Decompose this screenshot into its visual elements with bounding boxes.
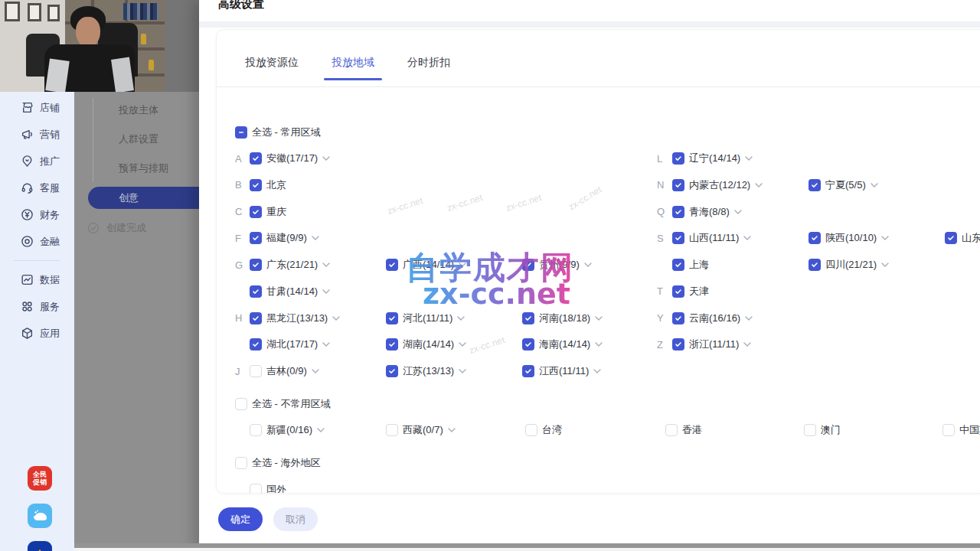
region-item-select-all-common[interactable]: 全选 - 常用区域: [235, 125, 321, 140]
region-item-重庆[interactable]: 重庆: [250, 204, 286, 220]
checkbox-unchecked[interactable]: [942, 424, 955, 436]
checkbox-unchecked[interactable]: [665, 424, 678, 436]
checkbox-unchecked[interactable]: [525, 424, 537, 436]
chevron-down-icon[interactable]: [322, 156, 330, 161]
checkbox-checked[interactable]: [672, 312, 684, 324]
checkbox-indeterminate[interactable]: [235, 126, 247, 139]
region-item-四川[interactable]: 四川(21/21): [808, 257, 889, 272]
chevron-down-icon[interactable]: [459, 262, 466, 267]
chevron-down-icon[interactable]: [881, 236, 889, 240]
checkbox-checked[interactable]: [250, 206, 262, 218]
region-item-辽宁[interactable]: 辽宁(14/14): [672, 151, 753, 166]
checkbox-checked[interactable]: [250, 285, 262, 298]
checkbox-checked[interactable]: [672, 285, 684, 298]
region-item-西藏[interactable]: 西藏(0/7): [386, 422, 456, 438]
checkbox-unchecked[interactable]: [250, 365, 262, 377]
checkbox-checked[interactable]: [386, 312, 398, 324]
checkbox-checked[interactable]: [808, 232, 821, 244]
checkbox-checked[interactable]: [386, 259, 398, 271]
checkbox-checked[interactable]: [945, 232, 957, 244]
region-item-宁夏[interactable]: 宁夏(5/5): [808, 178, 878, 193]
chevron-down-icon[interactable]: [312, 369, 319, 373]
region-item-台湾[interactable]: 台湾: [525, 422, 562, 438]
region-item-内蒙古[interactable]: 内蒙古(12/12): [672, 178, 763, 193]
checkbox-unchecked[interactable]: [386, 424, 398, 436]
region-item-北京[interactable]: 北京: [250, 178, 286, 193]
sidebar-item-apps[interactable]: 应用: [0, 320, 74, 347]
step-item[interactable]: 预算与排期: [119, 161, 168, 176]
sidebar-item-service[interactable]: 客服: [0, 174, 74, 201]
chevron-down-icon[interactable]: [881, 262, 889, 267]
region-item-河南[interactable]: 河南(18/18): [522, 311, 603, 326]
checkbox-checked[interactable]: [250, 179, 262, 191]
chevron-down-icon[interactable]: [743, 236, 751, 240]
chevron-down-icon[interactable]: [317, 428, 325, 432]
checkbox-unchecked[interactable]: [250, 424, 262, 436]
region-item-湖南[interactable]: 湖南(14/14): [386, 337, 466, 352]
chevron-down-icon[interactable]: [871, 183, 878, 187]
sidebar-item-promotion[interactable]: 推广: [0, 148, 74, 174]
region-item-中国其[interactable]: 中国其: [942, 422, 980, 438]
chevron-down-icon[interactable]: [312, 236, 319, 240]
sidebar-item-data[interactable]: 数据: [0, 266, 74, 293]
checkbox-unchecked[interactable]: [250, 484, 262, 494]
chevron-down-icon[interactable]: [745, 156, 753, 161]
chevron-down-icon[interactable]: [459, 369, 466, 373]
region-item-青海[interactable]: 青海(8/8): [672, 204, 742, 220]
checkbox-unchecked[interactable]: [235, 457, 247, 469]
checkbox-checked[interactable]: [522, 312, 534, 324]
checkbox-checked[interactable]: [672, 152, 684, 165]
checkbox-checked[interactable]: [386, 338, 398, 350]
region-item-山西[interactable]: 山西(11/11): [672, 230, 751, 246]
step-item-active[interactable]: 创意: [88, 187, 199, 209]
chevron-down-icon[interactable]: [459, 342, 466, 347]
region-item-select-all-overseas[interactable]: 全选 - 海外地区: [235, 455, 321, 471]
chevron-down-icon[interactable]: [745, 316, 753, 321]
checkbox-checked[interactable]: [808, 259, 821, 271]
chevron-down-icon[interactable]: [734, 210, 742, 214]
chevron-down-icon[interactable]: [595, 342, 603, 347]
chevron-down-icon[interactable]: [322, 342, 330, 347]
step-item[interactable]: 投放主体: [119, 103, 158, 118]
checkbox-checked[interactable]: [808, 179, 821, 191]
sidebar-item-finance[interactable]: 财务: [0, 201, 74, 228]
cancel-button[interactable]: 取消: [273, 507, 318, 531]
region-item-福建[interactable]: 福建(9/9): [250, 230, 319, 246]
step-item-done[interactable]: 创建完成: [87, 221, 146, 235]
checkbox-checked[interactable]: [250, 312, 262, 324]
chevron-down-icon[interactable]: [457, 316, 465, 321]
confirm-button[interactable]: 确定: [218, 507, 263, 531]
checkbox-unchecked[interactable]: [235, 398, 247, 410]
sidebar-item-services[interactable]: 服务: [0, 293, 74, 320]
region-item-广西[interactable]: 广西(14/14): [386, 257, 466, 272]
checkbox-checked[interactable]: [672, 259, 684, 271]
chevron-down-icon[interactable]: [332, 316, 340, 321]
checkbox-checked[interactable]: [386, 365, 398, 377]
chevron-down-icon[interactable]: [584, 262, 592, 267]
chevron-down-icon[interactable]: [448, 428, 456, 432]
tab-time-discount[interactable]: 分时折扣: [404, 45, 453, 80]
region-item-湖北[interactable]: 湖北(17/17): [250, 337, 330, 352]
region-item-select-all-uncommon[interactable]: 全选 - 不常用区域: [235, 396, 331, 412]
region-item-香港[interactable]: 香港: [665, 422, 702, 438]
checkbox-checked[interactable]: [250, 259, 262, 271]
chevron-down-icon[interactable]: [322, 262, 330, 267]
chevron-down-icon[interactable]: [593, 369, 601, 373]
region-item-陕西[interactable]: 陕西(10/10): [808, 230, 889, 246]
region-item-天津[interactable]: 天津: [672, 284, 709, 299]
region-item-浙江[interactable]: 浙江(11/11): [672, 337, 751, 352]
checkbox-unchecked[interactable]: [804, 424, 816, 436]
tab-regions[interactable]: 投放地域: [328, 45, 377, 80]
step-item[interactable]: 人群设置: [119, 132, 158, 147]
region-item-河北[interactable]: 河北(11/11): [386, 311, 465, 326]
region-item-国外[interactable]: 国外: [250, 482, 286, 494]
checkbox-checked[interactable]: [250, 152, 262, 165]
chevron-down-icon[interactable]: [755, 183, 763, 187]
checkbox-checked[interactable]: [250, 338, 262, 350]
region-item-贵州[interactable]: 贵州(9/9): [522, 257, 592, 272]
region-item-海南[interactable]: 海南(14/14): [522, 337, 603, 352]
checkbox-checked[interactable]: [672, 179, 684, 191]
checkbox-checked[interactable]: [672, 338, 684, 350]
region-item-新疆[interactable]: 新疆(0/16): [250, 422, 325, 438]
region-item-广东[interactable]: 广东(21/21): [250, 257, 330, 272]
